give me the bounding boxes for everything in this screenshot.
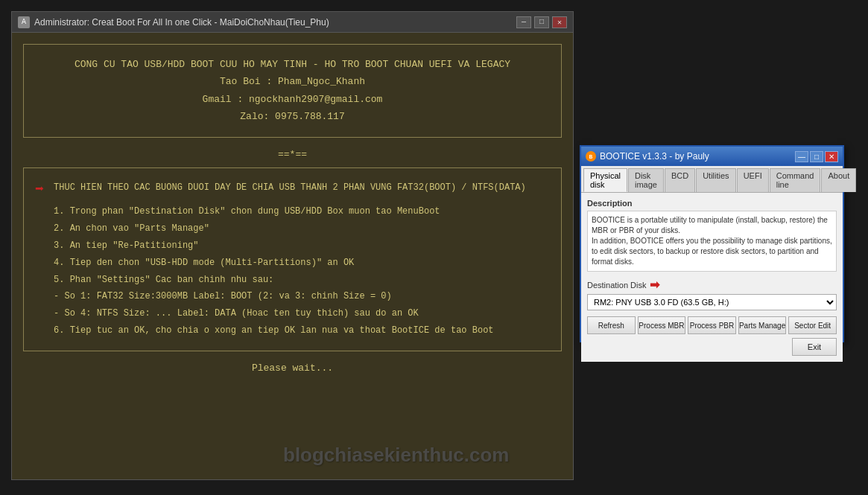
instruction-6: - So 1: FAT32 Size:3000MB Label: BOOT (2… — [54, 288, 526, 305]
desc-line3: In addition, BOOTICE offers you the poss… — [592, 237, 832, 245]
bootice-app-icon: B — [586, 151, 596, 162]
parts-manage-button[interactable]: Parts Manage — [738, 316, 787, 334]
bootice-body: Description BOOTICE is a portable utilit… — [581, 193, 843, 362]
main-window-title: Administrator: Creat Boot For All In one… — [34, 17, 329, 28]
action-buttons-row: Refresh Process MBR Process PBR Parts Ma… — [587, 316, 837, 334]
desc-line4: to edit disk sectors, to backup or resto… — [592, 247, 819, 255]
desc-line1: BOOTICE is a portable utility to manipul… — [592, 216, 828, 224]
refresh-button[interactable]: Refresh — [587, 316, 636, 334]
tab-about[interactable]: About — [821, 168, 856, 192]
info-box: CONG CU TAO USB/HDD BOOT CUU HO MAY TINH… — [23, 44, 562, 138]
bootice-close-button[interactable]: ✕ — [825, 151, 838, 162]
tab-bcd[interactable]: BCD — [665, 168, 695, 192]
info-line1: CONG CU TAO USB/HDD BOOT CUU HO MAY TINH… — [35, 56, 550, 73]
desc-line5: format disks. — [592, 258, 634, 266]
instructions-box: ➡ THUC HIEN THEO CAC BUONG DUOI DAY DE C… — [23, 167, 562, 351]
info-line3: Gmail : ngockhanh2907@gmail.com — [35, 91, 550, 108]
description-label: Description — [587, 199, 837, 208]
main-window-controls: — □ ✕ — [516, 16, 567, 28]
main-content: CONG CU TAO USB/HDD BOOT CUU HO MAY TINH… — [12, 33, 573, 479]
main-window: A Administrator: Creat Boot For All In o… — [11, 11, 574, 480]
process-mbr-button[interactable]: Process MBR — [638, 316, 686, 334]
instruction-3: 3. An tiep "Re-Patitioning" — [54, 237, 526, 255]
bootice-titlebar-left: B BOOTICE v1.3.3 - by Pauly — [586, 151, 709, 162]
main-titlebar: A Administrator: Creat Boot For All In o… — [12, 12, 573, 33]
desc-line2: MBR or PBR of your disks. — [592, 226, 680, 234]
info-line4: Zalo: 0975.788.117 — [35, 108, 550, 125]
close-button[interactable]: ✕ — [552, 16, 567, 28]
tab-uefi[interactable]: UEFI — [737, 168, 769, 192]
description-text: BOOTICE is a portable utility to manipul… — [587, 211, 837, 272]
exit-button[interactable]: Exit — [792, 338, 837, 356]
bootice-maximize-button[interactable]: □ — [810, 151, 823, 162]
bootice-controls: — □ ✕ — [795, 151, 838, 162]
bootice-title: BOOTICE v1.3.3 - by Pauly — [600, 151, 709, 162]
minimize-button[interactable]: — — [516, 16, 531, 28]
instruction-5: 5. Phan "Settings" Cac ban chinh nhu sau… — [54, 272, 526, 289]
tab-command-line[interactable]: Command line — [770, 168, 821, 192]
bootice-window: B BOOTICE v1.3.3 - by Pauly — □ ✕ Physic… — [580, 145, 844, 342]
red-arrow-icon: ➡ — [35, 179, 44, 198]
instructions-header: THUC HIEN THEO CAC BUONG DUOI DAY DE CHI… — [54, 179, 526, 197]
instruction-8: 6. Tiep tuc an OK, cho chia o xong an ti… — [54, 322, 526, 339]
bootice-minimize-button[interactable]: — — [795, 151, 808, 162]
maximize-button[interactable]: □ — [534, 16, 549, 28]
instruction-1: 1. Trong phan "Destination Disk" chon du… — [54, 203, 526, 220]
destination-disk-label: Destination Disk ➡ — [587, 278, 837, 292]
separator: ==*== — [23, 149, 562, 160]
instruction-4: 4. Tiep den chon "USB-HDD mode (Multi-Pa… — [54, 255, 526, 272]
titlebar-left: A Administrator: Creat Boot For All In o… — [18, 16, 329, 28]
please-wait-text: Please wait... — [23, 363, 562, 374]
exit-row: Exit — [587, 338, 837, 356]
tab-disk-image[interactable]: Disk image — [628, 168, 664, 192]
tab-physical-disk[interactable]: Physical disk — [583, 168, 627, 192]
process-pbr-button[interactable]: Process PBR — [688, 316, 736, 334]
bootice-tab-bar: Physical disk Disk image BCD Utilities U… — [581, 166, 843, 193]
destination-disk-select[interactable]: RM2: PNY USB 3.0 FD (63.5 GB, H:) — [587, 294, 837, 310]
instruction-2: 2. An chon vao "Parts Manage" — [54, 220, 526, 237]
instruction-7: - So 4: NTFS Size: ... Label: DATA (Hoac… — [54, 305, 526, 322]
app-icon: A — [18, 16, 30, 28]
tab-utilities[interactable]: Utilities — [696, 168, 735, 192]
info-line2: Tao Boi : Pham_Ngoc_Khanh — [35, 73, 550, 90]
bootice-titlebar: B BOOTICE v1.3.3 - by Pauly — □ ✕ — [581, 147, 843, 166]
sector-edit-button[interactable]: Sector Edit — [788, 316, 837, 334]
dest-disk-arrow-icon: ➡ — [650, 278, 659, 292]
